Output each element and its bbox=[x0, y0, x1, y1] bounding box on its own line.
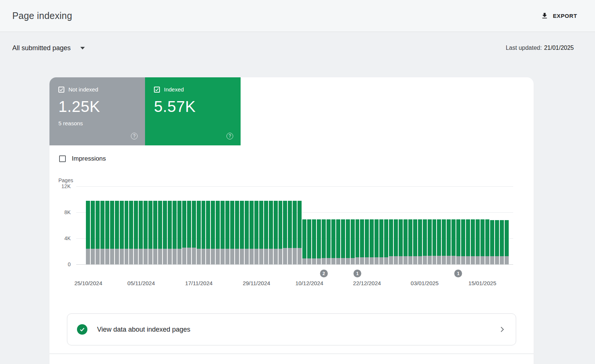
bar[interactable] bbox=[158, 186, 162, 264]
bar[interactable] bbox=[432, 186, 437, 264]
bar[interactable] bbox=[245, 186, 249, 264]
bar[interactable] bbox=[374, 186, 379, 264]
bar[interactable] bbox=[288, 186, 292, 264]
bar[interactable] bbox=[129, 186, 133, 264]
bar[interactable] bbox=[389, 186, 393, 264]
view-data-row[interactable]: View data about indexed pages bbox=[67, 313, 516, 345]
bar[interactable] bbox=[182, 186, 186, 264]
bar[interactable] bbox=[341, 186, 345, 264]
bar[interactable] bbox=[283, 186, 287, 264]
bar[interactable] bbox=[466, 186, 470, 264]
bar[interactable] bbox=[490, 186, 494, 264]
bar[interactable] bbox=[317, 186, 321, 264]
bar[interactable] bbox=[437, 186, 441, 264]
bar[interactable] bbox=[221, 186, 225, 264]
bar[interactable] bbox=[461, 186, 465, 264]
bar[interactable] bbox=[110, 186, 114, 264]
bar[interactable] bbox=[418, 186, 422, 264]
bar[interactable] bbox=[230, 186, 234, 264]
bar[interactable] bbox=[144, 186, 148, 264]
bar[interactable] bbox=[394, 186, 398, 264]
bar[interactable] bbox=[356, 186, 360, 264]
bar[interactable] bbox=[163, 186, 167, 264]
help-icon[interactable]: ? bbox=[131, 133, 138, 139]
bar[interactable] bbox=[206, 186, 210, 264]
bar[interactable] bbox=[125, 186, 129, 264]
bar[interactable] bbox=[105, 186, 109, 264]
bar[interactable] bbox=[153, 186, 157, 264]
bar[interactable] bbox=[100, 186, 104, 264]
bar[interactable] bbox=[254, 186, 258, 264]
bar[interactable] bbox=[216, 186, 220, 264]
bar[interactable] bbox=[177, 186, 181, 264]
bar[interactable] bbox=[134, 186, 138, 264]
bar[interactable] bbox=[293, 186, 297, 264]
bar[interactable] bbox=[476, 186, 480, 264]
bar[interactable] bbox=[225, 186, 229, 264]
bar[interactable] bbox=[495, 186, 499, 264]
bar[interactable] bbox=[480, 186, 485, 264]
bar[interactable] bbox=[312, 186, 316, 264]
bar[interactable] bbox=[240, 186, 244, 264]
bar[interactable] bbox=[96, 186, 100, 264]
bar[interactable] bbox=[192, 186, 196, 264]
bar[interactable] bbox=[327, 186, 331, 264]
bar[interactable] bbox=[168, 186, 172, 264]
bar[interactable] bbox=[331, 186, 335, 264]
export-button[interactable]: EXPORT bbox=[537, 9, 581, 23]
bar[interactable] bbox=[274, 186, 278, 264]
bar[interactable] bbox=[197, 186, 201, 264]
bar[interactable] bbox=[505, 186, 509, 264]
bar[interactable] bbox=[173, 186, 177, 264]
bar[interactable] bbox=[471, 186, 475, 264]
bar[interactable] bbox=[403, 186, 408, 264]
bar[interactable] bbox=[307, 186, 311, 264]
bar[interactable] bbox=[500, 186, 504, 264]
bar[interactable] bbox=[485, 186, 489, 264]
bar[interactable] bbox=[379, 186, 383, 264]
bar[interactable] bbox=[399, 186, 403, 264]
bar[interactable] bbox=[187, 186, 191, 264]
bar[interactable] bbox=[346, 186, 350, 264]
impressions-toggle[interactable]: Impressions bbox=[59, 155, 106, 162]
bar[interactable] bbox=[211, 186, 215, 264]
bar[interactable] bbox=[250, 186, 254, 264]
bar[interactable] bbox=[423, 186, 427, 264]
bar[interactable] bbox=[148, 186, 152, 264]
bar[interactable] bbox=[384, 186, 388, 264]
bar[interactable] bbox=[259, 186, 263, 264]
annotation-marker[interactable]: 1 bbox=[454, 270, 462, 277]
bar[interactable] bbox=[115, 186, 119, 264]
bar[interactable] bbox=[91, 186, 95, 264]
bar[interactable] bbox=[336, 186, 340, 264]
bar[interactable] bbox=[269, 186, 273, 264]
bar[interactable] bbox=[428, 186, 432, 264]
bar[interactable] bbox=[451, 186, 456, 264]
page-filter-dropdown[interactable]: All submitted pages bbox=[12, 43, 85, 54]
help-icon[interactable]: ? bbox=[226, 133, 233, 139]
not-indexed-card[interactable]: Not indexed 1.25K 5 reasons ? bbox=[49, 77, 145, 145]
bar[interactable] bbox=[202, 186, 206, 264]
annotation-marker[interactable]: 2 bbox=[320, 270, 328, 277]
bar[interactable] bbox=[365, 186, 369, 264]
bar[interactable] bbox=[413, 186, 417, 264]
annotation-marker[interactable]: 1 bbox=[354, 270, 361, 277]
bar-segment-indexed bbox=[293, 201, 297, 248]
bar[interactable] bbox=[322, 186, 326, 264]
bar[interactable] bbox=[264, 186, 268, 264]
bar[interactable] bbox=[298, 186, 302, 264]
bar[interactable] bbox=[456, 186, 460, 264]
indexed-card[interactable]: Indexed 5.57K ? bbox=[145, 77, 241, 145]
bar[interactable] bbox=[235, 186, 239, 264]
bar[interactable] bbox=[360, 186, 364, 264]
bar[interactable] bbox=[442, 186, 446, 264]
bar[interactable] bbox=[370, 186, 374, 264]
bar[interactable] bbox=[279, 186, 283, 264]
bar[interactable] bbox=[120, 186, 124, 264]
bar[interactable] bbox=[86, 186, 90, 264]
bar[interactable] bbox=[447, 186, 451, 264]
bar[interactable] bbox=[302, 186, 306, 264]
bar[interactable] bbox=[139, 186, 143, 264]
bar[interactable] bbox=[408, 186, 412, 264]
bar[interactable] bbox=[351, 186, 355, 264]
